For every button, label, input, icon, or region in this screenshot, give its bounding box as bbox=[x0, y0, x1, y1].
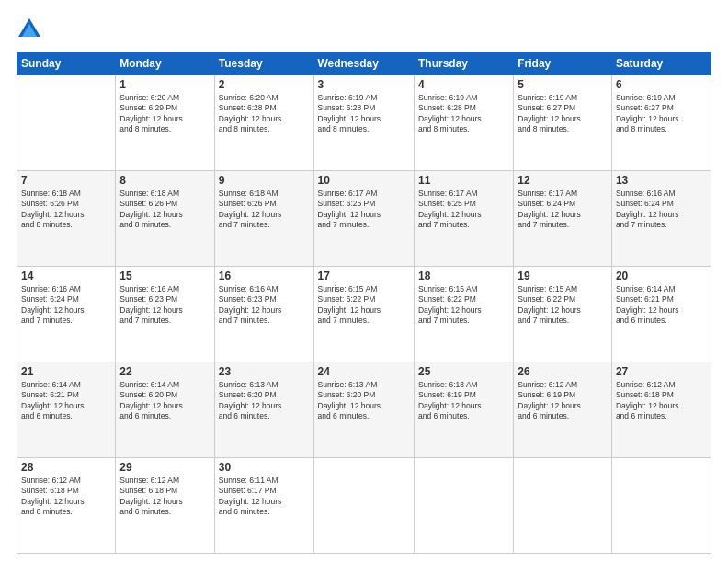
day-cell bbox=[313, 458, 414, 554]
day-cell: 2Sunrise: 6:20 AM Sunset: 6:28 PM Daylig… bbox=[214, 75, 313, 171]
page: SundayMondayTuesdayWednesdayThursdayFrid… bbox=[0, 0, 728, 563]
day-cell: 11Sunrise: 6:17 AM Sunset: 6:25 PM Dayli… bbox=[414, 171, 513, 267]
header-cell-tuesday: Tuesday bbox=[214, 52, 313, 75]
day-cell: 21Sunrise: 6:14 AM Sunset: 6:21 PM Dayli… bbox=[17, 362, 116, 458]
calendar-body: 1Sunrise: 6:20 AM Sunset: 6:29 PM Daylig… bbox=[17, 75, 711, 554]
day-cell: 4Sunrise: 6:19 AM Sunset: 6:28 PM Daylig… bbox=[414, 75, 513, 171]
day-cell: 29Sunrise: 6:12 AM Sunset: 6:18 PM Dayli… bbox=[116, 458, 214, 554]
header-cell-monday: Monday bbox=[116, 52, 214, 75]
day-number: 26 bbox=[518, 365, 608, 378]
day-info: Sunrise: 6:13 AM Sunset: 6:20 PM Dayligh… bbox=[219, 380, 310, 422]
day-cell: 24Sunrise: 6:13 AM Sunset: 6:20 PM Dayli… bbox=[313, 362, 414, 458]
day-cell: 25Sunrise: 6:13 AM Sunset: 6:19 PM Dayli… bbox=[414, 362, 513, 458]
day-cell: 10Sunrise: 6:17 AM Sunset: 6:25 PM Dayli… bbox=[313, 171, 414, 267]
day-info: Sunrise: 6:14 AM Sunset: 6:20 PM Dayligh… bbox=[119, 380, 210, 422]
day-number: 7 bbox=[21, 174, 111, 187]
day-number: 4 bbox=[418, 78, 509, 91]
day-info: Sunrise: 6:13 AM Sunset: 6:20 PM Dayligh… bbox=[318, 380, 410, 422]
day-info: Sunrise: 6:16 AM Sunset: 6:24 PM Dayligh… bbox=[616, 189, 707, 231]
day-cell: 16Sunrise: 6:16 AM Sunset: 6:23 PM Dayli… bbox=[214, 267, 313, 362]
header-cell-friday: Friday bbox=[514, 52, 612, 75]
day-cell: 8Sunrise: 6:18 AM Sunset: 6:26 PM Daylig… bbox=[116, 171, 214, 267]
logo-icon bbox=[17, 17, 42, 42]
day-info: Sunrise: 6:19 AM Sunset: 6:27 PM Dayligh… bbox=[616, 93, 707, 135]
day-number: 28 bbox=[21, 461, 111, 474]
day-info: Sunrise: 6:19 AM Sunset: 6:27 PM Dayligh… bbox=[518, 93, 608, 135]
day-cell: 26Sunrise: 6:12 AM Sunset: 6:19 PM Dayli… bbox=[514, 362, 612, 458]
day-number: 21 bbox=[21, 365, 111, 378]
day-cell: 14Sunrise: 6:16 AM Sunset: 6:24 PM Dayli… bbox=[17, 267, 116, 362]
day-cell: 9Sunrise: 6:18 AM Sunset: 6:26 PM Daylig… bbox=[214, 171, 313, 267]
day-number: 12 bbox=[518, 174, 608, 187]
day-info: Sunrise: 6:12 AM Sunset: 6:18 PM Dayligh… bbox=[21, 476, 111, 518]
week-row-5: 28Sunrise: 6:12 AM Sunset: 6:18 PM Dayli… bbox=[17, 458, 711, 554]
day-info: Sunrise: 6:13 AM Sunset: 6:19 PM Dayligh… bbox=[418, 380, 509, 422]
day-info: Sunrise: 6:16 AM Sunset: 6:23 PM Dayligh… bbox=[119, 284, 210, 327]
day-number: 30 bbox=[219, 461, 310, 474]
day-cell: 7Sunrise: 6:18 AM Sunset: 6:26 PM Daylig… bbox=[17, 171, 116, 267]
day-cell: 22Sunrise: 6:14 AM Sunset: 6:20 PM Dayli… bbox=[116, 362, 214, 458]
day-number: 19 bbox=[518, 270, 608, 282]
day-info: Sunrise: 6:18 AM Sunset: 6:26 PM Dayligh… bbox=[119, 189, 210, 231]
day-number: 8 bbox=[119, 174, 210, 187]
day-cell: 13Sunrise: 6:16 AM Sunset: 6:24 PM Dayli… bbox=[611, 171, 711, 267]
day-info: Sunrise: 6:17 AM Sunset: 6:25 PM Dayligh… bbox=[318, 189, 410, 231]
header bbox=[17, 17, 711, 42]
day-number: 3 bbox=[318, 78, 410, 91]
day-number: 9 bbox=[219, 174, 310, 187]
header-cell-sunday: Sunday bbox=[17, 52, 116, 75]
day-info: Sunrise: 6:17 AM Sunset: 6:25 PM Dayligh… bbox=[418, 189, 509, 231]
day-cell: 17Sunrise: 6:15 AM Sunset: 6:22 PM Dayli… bbox=[313, 267, 414, 362]
day-info: Sunrise: 6:15 AM Sunset: 6:22 PM Dayligh… bbox=[318, 284, 410, 327]
header-cell-thursday: Thursday bbox=[414, 52, 513, 75]
day-number: 14 bbox=[21, 270, 111, 282]
day-number: 2 bbox=[219, 78, 310, 91]
day-cell: 5Sunrise: 6:19 AM Sunset: 6:27 PM Daylig… bbox=[514, 75, 612, 171]
day-info: Sunrise: 6:14 AM Sunset: 6:21 PM Dayligh… bbox=[616, 284, 707, 327]
day-number: 10 bbox=[318, 174, 410, 187]
header-cell-saturday: Saturday bbox=[611, 52, 711, 75]
day-info: Sunrise: 6:19 AM Sunset: 6:28 PM Dayligh… bbox=[318, 93, 410, 135]
day-info: Sunrise: 6:12 AM Sunset: 6:19 PM Dayligh… bbox=[518, 380, 608, 422]
header-row: SundayMondayTuesdayWednesdayThursdayFrid… bbox=[17, 52, 711, 75]
day-number: 25 bbox=[418, 365, 509, 378]
day-number: 27 bbox=[616, 365, 707, 378]
day-info: Sunrise: 6:18 AM Sunset: 6:26 PM Dayligh… bbox=[219, 189, 310, 231]
day-info: Sunrise: 6:12 AM Sunset: 6:18 PM Dayligh… bbox=[616, 380, 707, 422]
day-info: Sunrise: 6:19 AM Sunset: 6:28 PM Dayligh… bbox=[418, 93, 509, 135]
day-cell: 19Sunrise: 6:15 AM Sunset: 6:22 PM Dayli… bbox=[514, 267, 612, 362]
day-cell: 1Sunrise: 6:20 AM Sunset: 6:29 PM Daylig… bbox=[116, 75, 214, 171]
week-row-1: 1Sunrise: 6:20 AM Sunset: 6:29 PM Daylig… bbox=[17, 75, 711, 171]
calendar-header: SundayMondayTuesdayWednesdayThursdayFrid… bbox=[17, 52, 711, 75]
header-cell-wednesday: Wednesday bbox=[313, 52, 414, 75]
day-info: Sunrise: 6:20 AM Sunset: 6:28 PM Dayligh… bbox=[219, 93, 310, 135]
calendar: SundayMondayTuesdayWednesdayThursdayFrid… bbox=[17, 52, 711, 554]
day-cell: 27Sunrise: 6:12 AM Sunset: 6:18 PM Dayli… bbox=[611, 362, 711, 458]
day-info: Sunrise: 6:11 AM Sunset: 6:17 PM Dayligh… bbox=[219, 476, 310, 518]
day-info: Sunrise: 6:18 AM Sunset: 6:26 PM Dayligh… bbox=[21, 189, 111, 231]
day-cell: 23Sunrise: 6:13 AM Sunset: 6:20 PM Dayli… bbox=[214, 362, 313, 458]
day-cell: 18Sunrise: 6:15 AM Sunset: 6:22 PM Dayli… bbox=[414, 267, 513, 362]
day-cell: 3Sunrise: 6:19 AM Sunset: 6:28 PM Daylig… bbox=[313, 75, 414, 171]
day-number: 22 bbox=[119, 365, 210, 378]
day-number: 18 bbox=[418, 270, 509, 282]
day-cell: 6Sunrise: 6:19 AM Sunset: 6:27 PM Daylig… bbox=[611, 75, 711, 171]
day-number: 16 bbox=[219, 270, 310, 282]
day-number: 11 bbox=[418, 174, 509, 187]
day-cell bbox=[514, 458, 612, 554]
day-number: 5 bbox=[518, 78, 608, 91]
day-number: 23 bbox=[219, 365, 310, 378]
day-number: 29 bbox=[119, 461, 210, 474]
day-number: 20 bbox=[616, 270, 707, 282]
day-cell bbox=[17, 75, 116, 171]
day-cell: 12Sunrise: 6:17 AM Sunset: 6:24 PM Dayli… bbox=[514, 171, 612, 267]
day-info: Sunrise: 6:14 AM Sunset: 6:21 PM Dayligh… bbox=[21, 380, 111, 422]
day-info: Sunrise: 6:17 AM Sunset: 6:24 PM Dayligh… bbox=[518, 189, 608, 231]
day-info: Sunrise: 6:15 AM Sunset: 6:22 PM Dayligh… bbox=[518, 284, 608, 327]
logo bbox=[17, 17, 46, 42]
day-info: Sunrise: 6:20 AM Sunset: 6:29 PM Dayligh… bbox=[119, 93, 210, 135]
day-cell bbox=[611, 458, 711, 554]
calendar-table: SundayMondayTuesdayWednesdayThursdayFrid… bbox=[17, 52, 711, 554]
day-number: 17 bbox=[318, 270, 410, 282]
day-info: Sunrise: 6:16 AM Sunset: 6:23 PM Dayligh… bbox=[219, 284, 310, 327]
